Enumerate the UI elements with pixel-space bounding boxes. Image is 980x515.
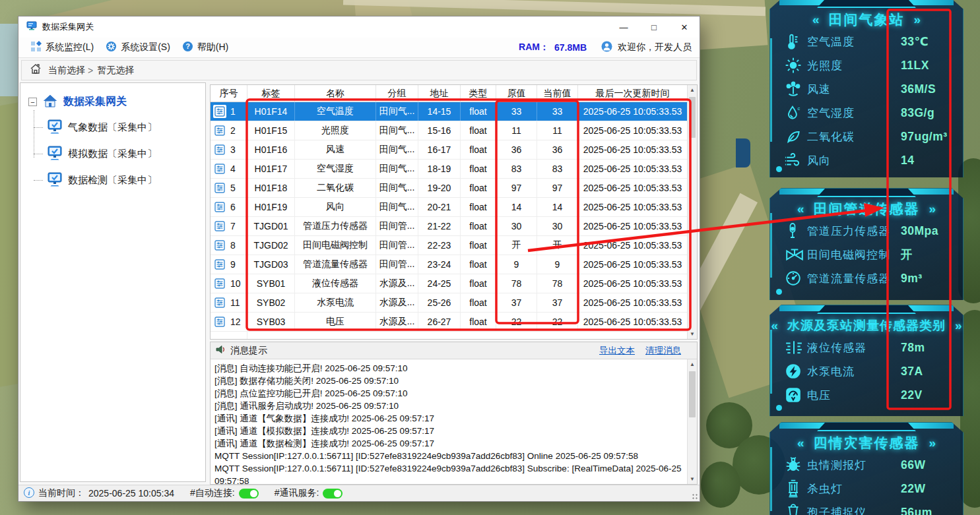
row-indicator-icon <box>213 296 226 309</box>
table-row[interactable]: 7TJGD01管道压力传感器田间管...21-22float30302025-0… <box>211 217 697 236</box>
chevron-right-icon[interactable]: » <box>955 318 962 333</box>
column-header-3[interactable]: 名称 <box>295 85 376 102</box>
row-indicator-icon <box>213 124 226 137</box>
column-header-5[interactable]: 地址 <box>418 85 461 102</box>
scrollbar-thumb[interactable] <box>689 371 696 417</box>
close-button[interactable]: ✕ <box>669 16 700 38</box>
breadcrumb-current[interactable]: 当前选择 <box>48 65 85 76</box>
table-cell: float <box>461 293 496 312</box>
hud-panel-title-row: «水源及泵站测量传感器类别» <box>770 316 963 336</box>
hud-frame-top <box>779 305 954 311</box>
table-header-row: 序号标签名称分组地址类型原值当前值最后一次更新时间 <box>211 85 697 102</box>
home-icon[interactable] <box>30 63 42 77</box>
resize-grip[interactable] <box>692 493 698 500</box>
scroll-up-icon[interactable]: ▲ <box>688 85 697 95</box>
ram-value: 67.8MB <box>554 42 587 53</box>
table-row[interactable]: 8TJGD02田间电磁阀控制田间管...22-23float开开2025-06-… <box>211 236 697 255</box>
hud-sensor-label: 空气湿度 <box>807 106 855 121</box>
hud-sensor-row: 二氧化碳97ug/m³ <box>770 125 963 148</box>
table-row[interactable]: 6H01F19风向田间气...20-21float14142025-06-25 … <box>211 198 697 217</box>
menu-items: 系统监控(L)系统设置(S)?帮助(H) <box>18 41 228 54</box>
scroll-up-icon[interactable]: ▲ <box>688 359 697 369</box>
row-number: 6 <box>230 202 236 212</box>
comm-service-toggle[interactable] <box>323 489 343 499</box>
table-row[interactable]: 12SYB03电压水源及...26-27float22222025-06-25 … <box>211 313 697 332</box>
minimize-button[interactable]: — <box>608 16 639 38</box>
tree-node-2[interactable]: 模拟数据〔采集中〕 <box>47 140 205 167</box>
hud-sensor-value: 37A <box>901 365 923 379</box>
row-number: 11 <box>230 297 240 308</box>
row-number: 3 <box>230 144 236 155</box>
auto-connect-toggle[interactable] <box>239 489 259 499</box>
message-vertical-scrollbar[interactable]: ▲ ▼ <box>687 359 697 484</box>
chevron-right-icon[interactable]: » <box>929 202 936 216</box>
tree-root-node[interactable]: − 数据采集网关 <box>28 94 205 110</box>
chevron-right-icon[interactable]: » <box>914 13 921 27</box>
app-icon <box>26 20 37 34</box>
maximize-button[interactable]: □ <box>639 16 669 38</box>
scroll-down-icon[interactable]: ▼ <box>688 329 697 339</box>
table-cell: 78 <box>496 274 537 293</box>
table-row[interactable]: 9TJGD03管道流量传感器田间管...23-24float992025-06-… <box>211 255 697 274</box>
column-header-8[interactable]: 当前值 <box>537 85 578 102</box>
row-indicator-icon <box>213 258 226 271</box>
column-header-4[interactable]: 分组 <box>376 85 418 102</box>
log-message: [消息] 自动连接功能已开启! 2025-06-25 09:57:10 <box>214 362 683 375</box>
table-row[interactable]: 3H01F16风速田间气...16-17float36362025-06-25 … <box>211 140 697 160</box>
hud-sensor-label: 管道流量传感器 <box>807 271 890 286</box>
hud-panel-2: «田间管道传感器»管道压力传感器30Mpa田间电磁阀控制开管道流量传感器9m³ <box>769 188 964 301</box>
table-row[interactable]: 2H01F15光照度田间气...15-16float11112025-06-25… <box>211 121 697 140</box>
tree-node-1[interactable]: 气象数据〔采集中〕 <box>47 114 205 140</box>
column-header-7[interactable]: 原值 <box>496 85 537 102</box>
hud-sensor-row: 风向14 <box>770 148 963 172</box>
table-row[interactable]: 11SYB02水泵电流水源及...25-26float37372025-06-2… <box>211 293 697 313</box>
table-cell: H01F17 <box>247 160 295 178</box>
hud-sensor-value: 33℃ <box>901 35 929 49</box>
svg-text:?: ? <box>185 42 190 50</box>
column-header-6[interactable]: 类型 <box>461 85 496 102</box>
pipe-pressure-icon <box>785 222 807 240</box>
chevron-left-icon[interactable]: « <box>797 202 804 216</box>
hud-frame-top <box>779 423 954 429</box>
chevron-left-icon[interactable]: « <box>812 13 820 27</box>
collapsed-panel-handle[interactable] <box>736 138 750 167</box>
chevron-left-icon[interactable]: « <box>771 318 778 333</box>
tree-collapse-icon[interactable]: − <box>28 98 37 106</box>
menu-item-1[interactable]: 系统监控(L) <box>30 41 94 54</box>
hud-panel-4: «四情灾害传感器»虫情测报灯66W杀虫灯22W孢子捕捉仪56μm <box>769 422 964 515</box>
chevron-left-icon[interactable]: « <box>797 436 804 450</box>
table-cell: float <box>461 179 496 197</box>
table-cell: 14-15 <box>418 102 461 121</box>
table-cell: 2025-06-25 10:05:33.53 <box>578 179 688 197</box>
menu-item-2[interactable]: 系统设置(S) <box>106 41 170 54</box>
table-row[interactable]: 5H01F18二氧化碳田间气...19-20float97972025-06-2… <box>211 179 697 198</box>
table-cell: 2 <box>211 121 247 140</box>
tree-node-3[interactable]: 数据检测〔采集中〕 <box>47 167 205 193</box>
table-row[interactable]: 4H01F17空气湿度田间气...18-19float83832025-06-2… <box>211 160 697 179</box>
table-cell: float <box>461 236 496 255</box>
table-cell: 9 <box>211 255 247 274</box>
table-cell: 田间电磁阀控制 <box>295 236 376 255</box>
column-header-1[interactable]: 序号 <box>211 85 247 102</box>
table-cell: 田间气... <box>376 102 418 121</box>
scroll-down-icon[interactable]: ▼ <box>688 474 697 484</box>
hud-sensor-label: 二氧化碳 <box>807 129 855 144</box>
table-row[interactable]: 10SYB01液位传感器水源及...24-25float78782025-06-… <box>211 274 697 293</box>
hud-sensor-value: 22W <box>901 482 925 496</box>
light-icon <box>785 57 807 74</box>
tree-root-label[interactable]: 数据采集网关 <box>63 95 127 109</box>
scrollbar-thumb[interactable] <box>689 97 696 138</box>
menu-item-3[interactable]: ?帮助(H) <box>182 41 228 54</box>
hud-panel-title: 田间管道传感器 <box>814 200 920 218</box>
export-text-link[interactable]: 导出文本 <box>599 345 635 357</box>
window-title: 数据采集网关 <box>42 21 94 33</box>
column-header-2[interactable]: 标签 <box>247 85 295 102</box>
message-panel-header: 消息提示 导出文本 清理消息 <box>211 342 697 359</box>
chevron-right-icon[interactable]: » <box>929 436 936 450</box>
hud-sensor-value: 36M/S <box>901 82 936 96</box>
clear-messages-link[interactable]: 清理消息 <box>645 345 681 357</box>
table-vertical-scrollbar[interactable]: ▲ ▼ <box>687 85 697 339</box>
table-row[interactable]: 1H01F14空气温度田间气...14-15float33332025-06-2… <box>211 102 697 121</box>
table-cell: float <box>461 160 496 178</box>
column-header-9[interactable]: 最后一次更新时间 <box>578 85 688 102</box>
